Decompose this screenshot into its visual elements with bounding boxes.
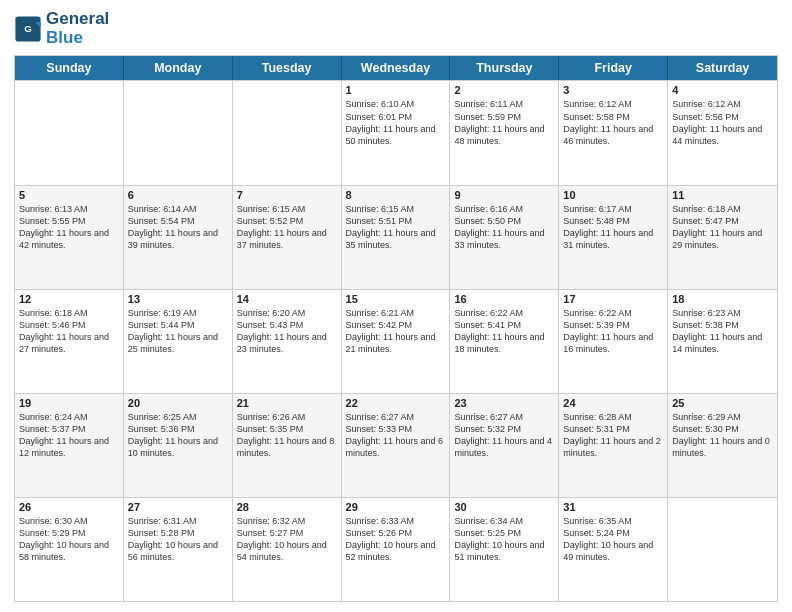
day-number: 11: [672, 189, 773, 201]
cal-cell: 28Sunrise: 6:32 AM Sunset: 5:27 PM Dayli…: [233, 498, 342, 601]
day-number: 24: [563, 397, 663, 409]
day-header-saturday: Saturday: [668, 56, 777, 80]
cell-info: Sunrise: 6:14 AM Sunset: 5:54 PM Dayligh…: [128, 203, 228, 252]
day-number: 30: [454, 501, 554, 513]
cell-info: Sunrise: 6:18 AM Sunset: 5:47 PM Dayligh…: [672, 203, 773, 252]
cell-info: Sunrise: 6:28 AM Sunset: 5:31 PM Dayligh…: [563, 411, 663, 460]
cell-info: Sunrise: 6:22 AM Sunset: 5:41 PM Dayligh…: [454, 307, 554, 356]
cell-info: Sunrise: 6:26 AM Sunset: 5:35 PM Dayligh…: [237, 411, 337, 460]
day-header-thursday: Thursday: [450, 56, 559, 80]
cal-cell: 14Sunrise: 6:20 AM Sunset: 5:43 PM Dayli…: [233, 290, 342, 393]
page: G General Blue SundayMondayTuesdayWednes…: [0, 0, 792, 612]
cell-info: Sunrise: 6:35 AM Sunset: 5:24 PM Dayligh…: [563, 515, 663, 564]
day-number: 9: [454, 189, 554, 201]
cell-info: Sunrise: 6:12 AM Sunset: 5:58 PM Dayligh…: [563, 98, 663, 147]
day-number: 29: [346, 501, 446, 513]
day-number: 19: [19, 397, 119, 409]
day-number: 31: [563, 501, 663, 513]
day-number: 17: [563, 293, 663, 305]
cal-cell: 16Sunrise: 6:22 AM Sunset: 5:41 PM Dayli…: [450, 290, 559, 393]
day-number: 21: [237, 397, 337, 409]
cal-cell: 9Sunrise: 6:16 AM Sunset: 5:50 PM Daylig…: [450, 186, 559, 289]
cell-info: Sunrise: 6:13 AM Sunset: 5:55 PM Dayligh…: [19, 203, 119, 252]
cell-info: Sunrise: 6:18 AM Sunset: 5:46 PM Dayligh…: [19, 307, 119, 356]
logo-text: General Blue: [46, 10, 109, 47]
cal-cell: 22Sunrise: 6:27 AM Sunset: 5:33 PM Dayli…: [342, 394, 451, 497]
cal-cell: 25Sunrise: 6:29 AM Sunset: 5:30 PM Dayli…: [668, 394, 777, 497]
cell-info: Sunrise: 6:27 AM Sunset: 5:32 PM Dayligh…: [454, 411, 554, 460]
cal-row-2: 12Sunrise: 6:18 AM Sunset: 5:46 PM Dayli…: [15, 289, 777, 393]
cal-cell: 29Sunrise: 6:33 AM Sunset: 5:26 PM Dayli…: [342, 498, 451, 601]
cal-cell: 12Sunrise: 6:18 AM Sunset: 5:46 PM Dayli…: [15, 290, 124, 393]
day-number: 23: [454, 397, 554, 409]
day-header-wednesday: Wednesday: [342, 56, 451, 80]
day-number: 3: [563, 84, 663, 96]
cal-cell: 31Sunrise: 6:35 AM Sunset: 5:24 PM Dayli…: [559, 498, 668, 601]
cell-info: Sunrise: 6:32 AM Sunset: 5:27 PM Dayligh…: [237, 515, 337, 564]
cal-cell: 23Sunrise: 6:27 AM Sunset: 5:32 PM Dayli…: [450, 394, 559, 497]
day-number: 18: [672, 293, 773, 305]
cal-cell: [668, 498, 777, 601]
cell-info: Sunrise: 6:19 AM Sunset: 5:44 PM Dayligh…: [128, 307, 228, 356]
cal-cell: 27Sunrise: 6:31 AM Sunset: 5:28 PM Dayli…: [124, 498, 233, 601]
day-header-tuesday: Tuesday: [233, 56, 342, 80]
day-number: 12: [19, 293, 119, 305]
cell-info: Sunrise: 6:10 AM Sunset: 6:01 PM Dayligh…: [346, 98, 446, 147]
cell-info: Sunrise: 6:33 AM Sunset: 5:26 PM Dayligh…: [346, 515, 446, 564]
cal-cell: 3Sunrise: 6:12 AM Sunset: 5:58 PM Daylig…: [559, 81, 668, 184]
calendar: SundayMondayTuesdayWednesdayThursdayFrid…: [14, 55, 778, 602]
day-number: 26: [19, 501, 119, 513]
cell-info: Sunrise: 6:24 AM Sunset: 5:37 PM Dayligh…: [19, 411, 119, 460]
day-number: 20: [128, 397, 228, 409]
cell-info: Sunrise: 6:23 AM Sunset: 5:38 PM Dayligh…: [672, 307, 773, 356]
cal-cell: 30Sunrise: 6:34 AM Sunset: 5:25 PM Dayli…: [450, 498, 559, 601]
cal-cell: 11Sunrise: 6:18 AM Sunset: 5:47 PM Dayli…: [668, 186, 777, 289]
day-number: 15: [346, 293, 446, 305]
day-header-friday: Friday: [559, 56, 668, 80]
cell-info: Sunrise: 6:17 AM Sunset: 5:48 PM Dayligh…: [563, 203, 663, 252]
day-number: 13: [128, 293, 228, 305]
cell-info: Sunrise: 6:30 AM Sunset: 5:29 PM Dayligh…: [19, 515, 119, 564]
cal-cell: 1Sunrise: 6:10 AM Sunset: 6:01 PM Daylig…: [342, 81, 451, 184]
cal-cell: 24Sunrise: 6:28 AM Sunset: 5:31 PM Dayli…: [559, 394, 668, 497]
cal-cell: 2Sunrise: 6:11 AM Sunset: 5:59 PM Daylig…: [450, 81, 559, 184]
cal-row-1: 5Sunrise: 6:13 AM Sunset: 5:55 PM Daylig…: [15, 185, 777, 289]
cell-info: Sunrise: 6:15 AM Sunset: 5:51 PM Dayligh…: [346, 203, 446, 252]
day-number: 27: [128, 501, 228, 513]
cal-cell: 6Sunrise: 6:14 AM Sunset: 5:54 PM Daylig…: [124, 186, 233, 289]
cal-cell: 18Sunrise: 6:23 AM Sunset: 5:38 PM Dayli…: [668, 290, 777, 393]
cal-cell: 19Sunrise: 6:24 AM Sunset: 5:37 PM Dayli…: [15, 394, 124, 497]
day-number: 28: [237, 501, 337, 513]
cal-cell: [233, 81, 342, 184]
calendar-body: 1Sunrise: 6:10 AM Sunset: 6:01 PM Daylig…: [15, 80, 777, 601]
logo: G General Blue: [14, 10, 109, 47]
cal-cell: 15Sunrise: 6:21 AM Sunset: 5:42 PM Dayli…: [342, 290, 451, 393]
cell-info: Sunrise: 6:22 AM Sunset: 5:39 PM Dayligh…: [563, 307, 663, 356]
day-number: 6: [128, 189, 228, 201]
cal-cell: [124, 81, 233, 184]
day-header-sunday: Sunday: [15, 56, 124, 80]
cal-cell: 8Sunrise: 6:15 AM Sunset: 5:51 PM Daylig…: [342, 186, 451, 289]
cell-info: Sunrise: 6:12 AM Sunset: 5:56 PM Dayligh…: [672, 98, 773, 147]
cell-info: Sunrise: 6:34 AM Sunset: 5:25 PM Dayligh…: [454, 515, 554, 564]
day-number: 5: [19, 189, 119, 201]
calendar-header: SundayMondayTuesdayWednesdayThursdayFrid…: [15, 56, 777, 80]
cell-info: Sunrise: 6:29 AM Sunset: 5:30 PM Dayligh…: [672, 411, 773, 460]
day-number: 16: [454, 293, 554, 305]
day-number: 8: [346, 189, 446, 201]
day-number: 4: [672, 84, 773, 96]
cell-info: Sunrise: 6:16 AM Sunset: 5:50 PM Dayligh…: [454, 203, 554, 252]
cal-row-4: 26Sunrise: 6:30 AM Sunset: 5:29 PM Dayli…: [15, 497, 777, 601]
cal-cell: [15, 81, 124, 184]
cell-info: Sunrise: 6:11 AM Sunset: 5:59 PM Dayligh…: [454, 98, 554, 147]
cal-cell: 10Sunrise: 6:17 AM Sunset: 5:48 PM Dayli…: [559, 186, 668, 289]
cal-cell: 13Sunrise: 6:19 AM Sunset: 5:44 PM Dayli…: [124, 290, 233, 393]
cal-cell: 4Sunrise: 6:12 AM Sunset: 5:56 PM Daylig…: [668, 81, 777, 184]
day-number: 25: [672, 397, 773, 409]
cell-info: Sunrise: 6:20 AM Sunset: 5:43 PM Dayligh…: [237, 307, 337, 356]
day-header-monday: Monday: [124, 56, 233, 80]
day-number: 1: [346, 84, 446, 96]
cal-cell: 7Sunrise: 6:15 AM Sunset: 5:52 PM Daylig…: [233, 186, 342, 289]
cal-cell: 20Sunrise: 6:25 AM Sunset: 5:36 PM Dayli…: [124, 394, 233, 497]
day-number: 10: [563, 189, 663, 201]
